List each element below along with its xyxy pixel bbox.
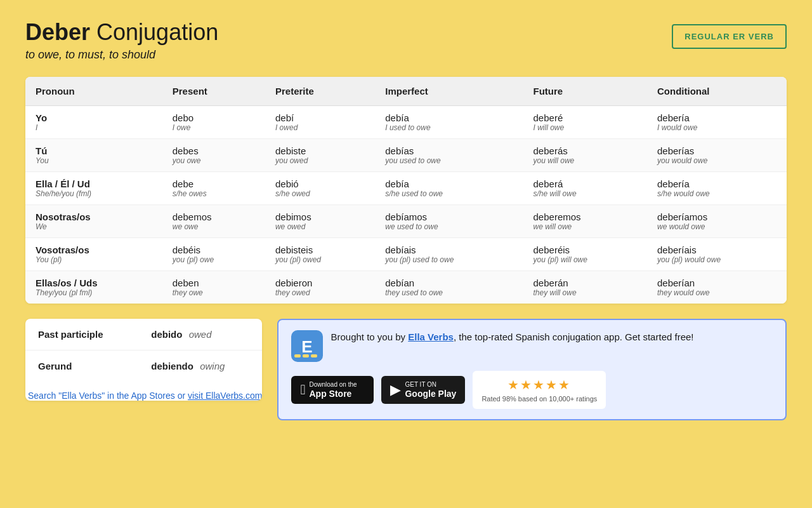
gerund-label: Gerund [25,351,138,382]
promo-top: E Brought to you by Ella Verbs, the top-… [291,330,773,362]
col-header-conditional: Conditional [647,77,787,106]
promo-box: E Brought to you by Ella Verbs, the top-… [277,319,787,420]
svg-rect-2 [294,354,301,358]
past-participle-value: debido owed [138,319,262,351]
promo-bottom:  Download on the App Store ▶ GET IT ON … [291,371,773,409]
table-header-row: Pronoun Present Preterite Imperfect Futu… [25,77,787,106]
past-participle-row: Past participle debido owed [25,319,262,351]
svg-rect-4 [311,354,317,358]
col-header-imperfect: Imperfect [375,77,523,106]
ratings-text: Rated 98% based on 10,000+ ratings [481,395,597,403]
verb-type-badge: REGULAR ER VERB [672,24,787,49]
page-subtitle: to owe, to must, to should [25,48,218,62]
past-participle-label: Past participle [25,319,138,351]
google-play-icon: ▶ [390,382,401,398]
apple-icon:  [300,382,305,398]
table-row: TúYoudebesyou owedebisteyou oweddebíasyo… [25,139,787,172]
table-row: Nosotras/osWedebemoswe owedebimoswe owed… [25,205,787,238]
search-promo-text: Search "Ella Verbs" in the App Stores or… [25,391,262,401]
page-title: Deber Conjugation [25,19,218,46]
table-row: Ellas/os / UdsThey/you (pl fml)debenthey… [25,271,787,304]
col-header-present: Present [162,77,265,106]
table-row: YoIdeboI owedebíI oweddebíaI used to owe… [25,106,787,139]
table-row: Vosotras/osYou (pl)debéisyou (pl) owedeb… [25,238,787,271]
title-block: Deber Conjugation to owe, to must, to sh… [25,19,218,62]
gerund-value: debiendo owing [138,351,262,382]
ella-verbs-link[interactable]: Ella Verbs [408,331,454,342]
page-header: Deber Conjugation to owe, to must, to sh… [25,19,787,62]
participle-gerund-box: Past participle debido owed Gerund debie… [25,319,262,401]
gerund-row: Gerund debiendo owing [25,351,262,382]
google-play-button[interactable]: ▶ GET IT ON Google Play [381,376,465,404]
ratings-box: ★★★★★ Rated 98% based on 10,000+ ratings [473,371,606,409]
svg-text:E: E [302,337,313,356]
ella-verbs-icon: E [291,330,323,362]
promo-text: Brought to you by Ella Verbs, the top-ra… [331,330,693,345]
bottom-section: Past participle debido owed Gerund debie… [25,319,787,420]
conjugation-table: Pronoun Present Preterite Imperfect Futu… [25,77,787,304]
star-rating: ★★★★★ [508,377,571,392]
svg-rect-3 [303,354,309,358]
ella-verbs-website-link[interactable]: visit EllaVerbs.com [188,391,262,401]
table-row: Ella / Él / UdShe/he/you (fml)debes/he o… [25,172,787,205]
col-header-pronoun: Pronoun [25,77,162,106]
col-header-preterite: Preterite [265,77,375,106]
col-header-future: Future [523,77,647,106]
app-store-button[interactable]:  Download on the App Store [291,376,374,404]
